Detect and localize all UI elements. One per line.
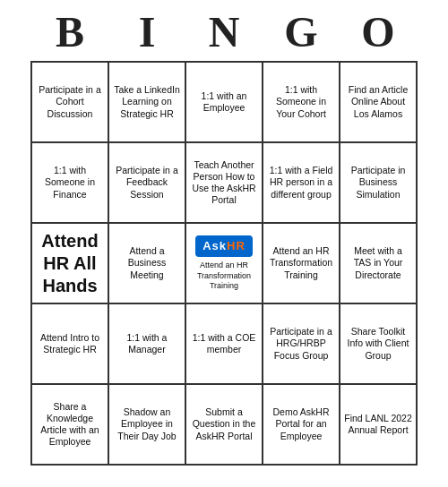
bingo-cell-r4c4[interactable]: Find LANL 2022 Annual Report bbox=[340, 385, 418, 466]
bingo-cell-r3c1[interactable]: 1:1 with a Manager bbox=[109, 304, 186, 385]
bingo-letter-O: O bbox=[340, 7, 417, 57]
bingo-cell-r4c0[interactable]: Share a Knowledge Article with an Employ… bbox=[32, 385, 109, 466]
bingo-cell-r1c3[interactable]: 1:1 with a Field HR person in a differen… bbox=[263, 143, 340, 224]
bingo-cell-r1c4[interactable]: Participate in Business Simulation bbox=[340, 143, 418, 224]
bingo-cell-r4c2[interactable]: Submit a Question in the AskHR Portal bbox=[186, 385, 263, 466]
bingo-cell-r0c0[interactable]: Participate in a Cohort Discussion bbox=[32, 63, 109, 143]
bingo-cell-r4c1[interactable]: Shadow an Employee in Their Day Job bbox=[109, 385, 186, 466]
bingo-cell-r0c3[interactable]: 1:1 with Someone in Your Cohort bbox=[263, 63, 340, 143]
bingo-cell-r2c4[interactable]: Meet with a TAS in Your Directorate bbox=[340, 224, 418, 304]
bingo-cell-r0c2[interactable]: 1:1 with an Employee bbox=[186, 63, 263, 143]
bingo-letter-G: G bbox=[263, 7, 340, 57]
askhr-logo: AskHR bbox=[195, 235, 253, 257]
bingo-cell-r2c1[interactable]: Attend a Business Meeting bbox=[109, 224, 186, 304]
bingo-cell-r2c2[interactable]: AskHR Attend an HR Transformation Traini… bbox=[186, 224, 263, 304]
bingo-cell-r0c1[interactable]: Take a LinkedIn Learning on Strategic HR bbox=[109, 63, 186, 143]
bingo-cell-r3c2[interactable]: 1:1 with a COE member bbox=[186, 304, 263, 385]
bingo-letter-N: N bbox=[185, 7, 263, 57]
bingo-letter-B: B bbox=[31, 7, 108, 57]
bingo-cell-r2c3[interactable]: Attend an HR Transformation Training bbox=[263, 224, 340, 304]
bingo-cell-r4c3[interactable]: Demo AskHR Portal for an Employee bbox=[263, 385, 340, 466]
bingo-cell-r3c3[interactable]: Participate in a HRG/HRBP Focus Group bbox=[263, 304, 340, 385]
bingo-cell-r1c0[interactable]: 1:1 with Someone in Finance bbox=[32, 143, 109, 224]
bingo-cell-r1c2[interactable]: Teach Another Person How to Use the AskH… bbox=[186, 143, 263, 224]
free-space-subtext: Attend an HR Transformation Training bbox=[188, 261, 260, 291]
bingo-title: BINGO bbox=[7, 7, 441, 57]
bingo-cell-r3c0[interactable]: Attend Intro to Strategic HR bbox=[32, 304, 109, 385]
bingo-grid: Participate in a Cohort DiscussionTake a… bbox=[30, 61, 418, 466]
bingo-cell-r3c4[interactable]: Share Toolkit Info with Client Group bbox=[340, 304, 418, 385]
bingo-cell-r1c1[interactable]: Participate in a Feedback Session bbox=[109, 143, 186, 224]
bingo-cell-r2c0[interactable]: Attend HR All Hands bbox=[32, 224, 109, 304]
bingo-letter-I: I bbox=[108, 7, 185, 57]
bingo-cell-r0c4[interactable]: Find an Article Online About Los Alamos bbox=[340, 63, 418, 143]
